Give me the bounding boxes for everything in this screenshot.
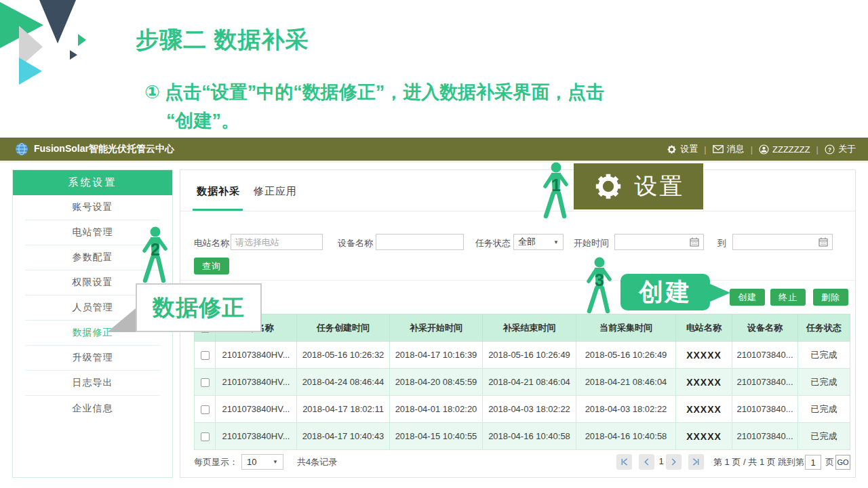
row-checkbox[interactable]	[201, 405, 210, 414]
per-page-value: 10	[247, 457, 256, 467]
cell-current-time: 2018-04-21 08:46:04	[576, 369, 676, 396]
navbar-actions: 设置 | 消息 | ZZZZZZZ |	[667, 138, 856, 161]
cell-end-time: 2018-04-21 08:46:04	[483, 369, 576, 396]
cell-create-time: 2018-05-16 10:26:32	[297, 342, 390, 369]
current-page: 1	[657, 456, 665, 466]
cell-start-time: 2018-04-01 18:02:20	[390, 396, 483, 423]
help-icon: ?	[825, 144, 835, 155]
nav-about[interactable]: ? 关于	[825, 143, 856, 155]
next-page-button[interactable]	[666, 454, 682, 470]
cell-create-time: 2018-04-17 18:02:11	[297, 396, 390, 423]
cell-end-time: 2018-04-16 10:40:58	[483, 423, 576, 450]
step2-figure: 2	[140, 226, 171, 283]
table-row: 2101073840HV... 2018-04-17 18:02:11 2018…	[195, 396, 850, 423]
cell-station: XXXXX	[676, 396, 732, 423]
cell-station: XXXXX	[676, 423, 732, 450]
station-name-input[interactable]	[231, 234, 323, 250]
nav-separator: |	[704, 144, 706, 155]
cell-device: 2101073840...	[732, 369, 798, 396]
cell-status: 已完成	[798, 396, 850, 423]
device-name-input[interactable]	[376, 234, 464, 250]
step1-number: 1	[551, 176, 561, 195]
nav-settings[interactable]: 设置	[667, 143, 698, 155]
datafix-callout-tail	[107, 305, 140, 332]
task-status-value: 全部	[518, 236, 536, 248]
total-records: 共4条记录	[297, 456, 337, 468]
instruction-line-1: ① 点击“设置”中的“数据修正”，进入数据补采界面，点击	[144, 80, 604, 104]
brand: FusionSolar智能光伏托管云中心	[15, 138, 174, 161]
create-callout-tail	[709, 283, 730, 302]
table-row: 2101073840HV... 2018-05-16 10:26:32 2018…	[195, 342, 850, 369]
cell-status: 已完成	[798, 342, 850, 369]
prev-page-button[interactable]	[639, 454, 654, 470]
cell-status: 已完成	[798, 423, 850, 450]
sidebar-item-logs[interactable]: 日志导出	[25, 371, 160, 396]
step1-figure: 1	[540, 162, 572, 219]
sidebar-header: 系统设置	[13, 170, 172, 195]
station-name-label: 电站名称	[194, 235, 229, 251]
tab-data-recollect[interactable]: 数据补采	[197, 185, 240, 198]
cell-start-time: 2018-04-15 10:40:55	[390, 423, 483, 450]
chevron-down-icon: ▼	[553, 239, 559, 245]
last-page-button[interactable]	[688, 454, 704, 470]
sidebar-item-upgrade[interactable]: 升级管理	[25, 346, 160, 371]
row-checkbox[interactable]	[201, 378, 210, 387]
cell-create-time: 2018-04-17 10:40:43	[297, 423, 390, 450]
table-header-row: 任务名称 任务创建时间 补采开始时间 补采结束时间 当前采集时间 电站名称 设备…	[195, 314, 850, 342]
last-page-icon	[692, 458, 700, 466]
device-name-label: 设备名称	[338, 235, 373, 251]
task-status-select[interactable]: 全部 ▼	[513, 234, 564, 250]
delete-button[interactable]: 删除	[813, 289, 848, 306]
row-checkbox[interactable]	[201, 432, 210, 441]
nav-separator: |	[816, 144, 818, 155]
row-checkbox[interactable]	[201, 351, 210, 360]
col-end-time: 补采结束时间	[483, 314, 576, 342]
go-button[interactable]: GO	[835, 455, 850, 470]
col-status: 任务状态	[798, 314, 850, 342]
nav-messages[interactable]: 消息	[713, 143, 745, 155]
cell-task-name: 2101073840HV...	[216, 369, 297, 396]
datafix-callout-label: 数据修正	[153, 293, 245, 323]
sidebar-item-enterprise[interactable]: 企业信息	[25, 396, 160, 421]
first-page-icon	[620, 458, 628, 466]
gear-icon	[667, 144, 677, 155]
start-time-label: 开始时间	[574, 235, 609, 251]
section-divider	[180, 280, 855, 281]
datafix-callout: 数据修正	[136, 283, 262, 332]
cell-device: 2101073840...	[732, 423, 798, 450]
create-callout-label: 创建	[639, 276, 692, 309]
jump-suffix-label: 页	[825, 456, 834, 468]
end-time-input[interactable]	[732, 234, 833, 250]
sidebar-item-account[interactable]: 账号设置	[25, 195, 160, 220]
cell-end-time: 2018-05-16 10:26:49	[483, 342, 576, 369]
page-info: 第 1 页 / 共 1 页	[713, 456, 776, 468]
first-page-button[interactable]	[616, 454, 632, 470]
nav-user[interactable]: ZZZZZZZ	[759, 144, 810, 155]
cell-create-time: 2018-04-24 08:46:44	[297, 369, 390, 396]
jump-page-input[interactable]	[805, 455, 821, 470]
nav-separator: |	[751, 144, 753, 155]
svg-text:?: ?	[828, 146, 831, 152]
user-icon	[759, 144, 769, 155]
prev-page-icon	[643, 458, 650, 466]
terminate-button[interactable]: 终止	[770, 289, 806, 306]
task-table: 任务名称 任务创建时间 补采开始时间 补采结束时间 当前采集时间 电站名称 设备…	[194, 314, 850, 450]
per-page-select[interactable]: 10 ▼	[241, 454, 283, 470]
col-device: 设备名称	[732, 314, 798, 342]
tab-correction-apply[interactable]: 修正应用	[254, 185, 297, 198]
cell-station: XXXXX	[676, 369, 732, 396]
start-time-input[interactable]	[614, 234, 704, 250]
jump-to-label: 跳到第	[778, 456, 804, 468]
cell-task-name: 2101073840HV...	[216, 396, 297, 423]
chevron-down-icon: ▼	[273, 459, 278, 465]
cell-start-time: 2018-04-17 10:16:39	[390, 342, 483, 369]
main-panel: 数据补采 修正应用 电站名称 设备名称 任务状态 全部 ▼ 开始时间 到	[180, 169, 856, 478]
globe-icon	[15, 142, 28, 156]
task-status-label: 任务状态	[475, 235, 511, 251]
calendar-icon	[690, 237, 699, 247]
to-label: 到	[717, 235, 726, 251]
query-button[interactable]: 查询	[194, 258, 229, 274]
nav-messages-label: 消息	[727, 143, 745, 155]
create-button[interactable]: 创建	[730, 289, 765, 306]
cell-device: 2101073840...	[732, 342, 798, 369]
